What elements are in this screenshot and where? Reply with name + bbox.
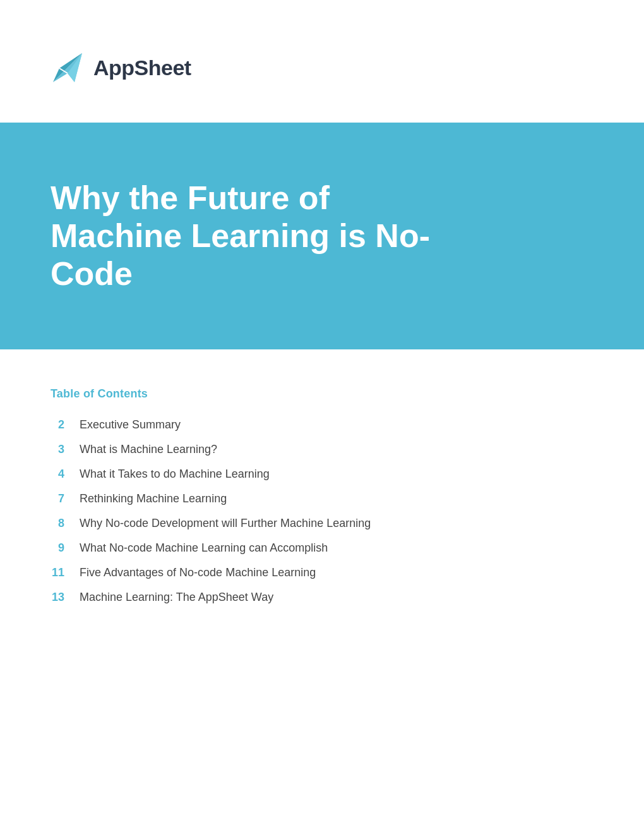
logo-container: AppSheet (51, 51, 593, 85)
toc-item-label: Executive Summary (80, 418, 181, 432)
logo-text: AppSheet (93, 56, 191, 80)
toc-heading: Table of Contents (51, 387, 593, 401)
page: AppSheet Why the Future of Machine Learn… (0, 0, 644, 834)
toc-item-number: 3 (51, 443, 64, 456)
header-area: AppSheet (0, 0, 644, 123)
toc-item-label: What is Machine Learning? (80, 443, 217, 456)
toc-item: 11Five Advantages of No-code Machine Lea… (51, 566, 593, 579)
toc-item-label: What it Takes to do Machine Learning (80, 468, 270, 481)
toc-item-label: What No-code Machine Learning can Accomp… (80, 541, 328, 555)
toc-item-number: 8 (51, 517, 64, 530)
toc-item: 3What is Machine Learning? (51, 443, 593, 456)
toc-item-number: 11 (51, 566, 64, 579)
toc-item-number: 4 (51, 468, 64, 481)
toc-item: 13Machine Learning: The AppSheet Way (51, 591, 593, 604)
toc-item: 8Why No-code Development will Further Ma… (51, 517, 593, 530)
toc-item-number: 2 (51, 418, 64, 432)
toc-item-label: Machine Learning: The AppSheet Way (80, 591, 273, 604)
toc-item-label: Why No-code Development will Further Mac… (80, 517, 371, 530)
appsheet-logo-icon (51, 51, 85, 85)
toc-list: 2Executive Summary3What is Machine Learn… (51, 418, 593, 604)
toc-section: Table of Contents 2Executive Summary3Wha… (0, 349, 644, 642)
toc-item: 2Executive Summary (51, 418, 593, 432)
hero-title: Why the Future of Machine Learning is No… (51, 179, 442, 293)
toc-item-number: 9 (51, 541, 64, 555)
toc-item-label: Rethinking Machine Learning (80, 492, 227, 505)
toc-item-number: 7 (51, 492, 64, 505)
toc-item: 4What it Takes to do Machine Learning (51, 468, 593, 481)
hero-banner: Why the Future of Machine Learning is No… (0, 123, 644, 349)
toc-item: 7Rethinking Machine Learning (51, 492, 593, 505)
toc-item-label: Five Advantages of No-code Machine Learn… (80, 566, 316, 579)
toc-item: 9What No-code Machine Learning can Accom… (51, 541, 593, 555)
toc-item-number: 13 (51, 591, 64, 604)
